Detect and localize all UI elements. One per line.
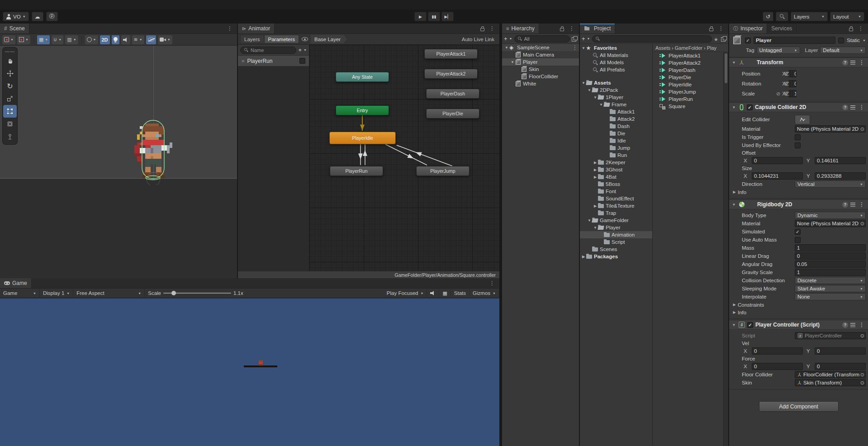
project-tree-row[interactable]: 5Boss — [580, 180, 652, 188]
custom-tool-button[interactable] — [3, 130, 17, 143]
project-tree-row[interactable]: Animation — [580, 231, 652, 238]
foldout-arrow-icon[interactable]: ▼ — [587, 218, 592, 223]
collision-detection-dropdown[interactable]: Discrete — [795, 277, 866, 284]
foldout-arrow-icon[interactable]: ▼ — [581, 81, 586, 85]
project-tree-row[interactable]: ▼ GameFolder — [580, 217, 652, 224]
snap-toggle[interactable] — [52, 35, 63, 44]
parameter-checkbox[interactable] — [299, 58, 305, 64]
project-tree-row[interactable]: All Models — [580, 59, 652, 66]
scale-slider[interactable] — [163, 293, 231, 294]
project-tree-row[interactable]: ▼ Player — [580, 224, 652, 231]
menu-item[interactable] — [43, 0, 52, 9]
foldout-arrow-icon[interactable]: ▶ — [593, 204, 598, 208]
scale-slider-knob[interactable] — [171, 291, 176, 295]
project-tree-row[interactable]: ▶ 3Ghost — [580, 166, 652, 173]
project-tree-row[interactable]: Run — [580, 152, 652, 159]
stats-toggle[interactable]: Stats — [451, 289, 470, 298]
picker-icon[interactable] — [721, 36, 726, 41]
foldout-arrow-icon[interactable] — [731, 203, 736, 207]
tab-inspector[interactable]: ⓘ Inspector — [729, 24, 767, 33]
asset-row[interactable]: Square — [653, 103, 723, 110]
project-tree-row[interactable]: ▶ 4Bat — [580, 173, 652, 180]
scrollbar[interactable] — [723, 52, 728, 446]
create-asset-button[interactable] — [582, 36, 585, 42]
undo-history-button[interactable] — [763, 12, 773, 21]
project-search-input[interactable] — [592, 35, 712, 43]
transform-header[interactable]: Transform — [729, 57, 868, 67]
animator-state-node[interactable]: PlayerAttack1 — [424, 49, 478, 59]
used-by-effector-checkbox[interactable] — [795, 142, 801, 148]
asset-row[interactable]: PlayerIdle — [653, 81, 723, 88]
chevron-down-icon[interactable] — [863, 39, 866, 42]
offset-y-field[interactable]: 0.146161 — [815, 157, 866, 164]
foldout-arrow-icon[interactable]: ▼ — [587, 88, 592, 92]
chevron-down-icon[interactable] — [587, 37, 590, 40]
scale-tool-button[interactable] — [3, 92, 17, 105]
sleeping-mode-dropdown[interactable]: Start Awake — [795, 285, 866, 292]
presets-icon[interactable] — [850, 105, 855, 109]
account-dropdown[interactable]: VO — [3, 12, 29, 21]
object-picker-icon[interactable] — [860, 126, 864, 132]
menu-item[interactable] — [35, 0, 43, 9]
project-tree-row[interactable]: Idle — [580, 137, 652, 144]
asset-row[interactable]: PlayerAttack2 — [653, 59, 723, 66]
draw-mode-dropdown[interactable] — [2, 35, 15, 44]
hierarchy-row[interactable]: White — [502, 80, 579, 87]
layers-tab-button[interactable]: Layers — [240, 35, 264, 43]
material-object-field[interactable]: None (Physics Material 2D — [795, 125, 866, 133]
rigidbody-info-foldout[interactable]: Info — [729, 308, 868, 316]
game-viewport[interactable] — [0, 298, 499, 446]
create-object-button[interactable] — [504, 36, 508, 42]
static-checkbox[interactable] — [838, 38, 844, 43]
hierarchy-row[interactable]: FloorCollider — [502, 73, 579, 80]
project-tree-row[interactable]: All Prefabs — [580, 66, 652, 73]
tab-scene[interactable]: # Scene — [0, 24, 29, 33]
search-button[interactable] — [776, 12, 788, 21]
object-picker-icon[interactable] — [860, 372, 864, 378]
capsule-collider-header[interactable]: Capsule Collider 2D — [729, 102, 868, 112]
constraints-foldout[interactable]: Constraints — [729, 301, 868, 308]
foldout-arrow-icon[interactable]: ▼ — [510, 60, 515, 64]
scene-menu-kebab-icon[interactable] — [226, 25, 234, 32]
game-audio-toggle[interactable] — [427, 289, 439, 298]
drag-handle-icon[interactable] — [242, 58, 244, 64]
asset-row[interactable]: PlayerDie — [653, 74, 723, 81]
gameobject-enabled-checkbox[interactable] — [745, 38, 751, 43]
auto-live-link-button[interactable]: Auto Live Link — [462, 37, 497, 42]
chevron-down-icon[interactable] — [509, 37, 512, 40]
inspector-menu-kebab-icon[interactable] — [857, 25, 865, 32]
use-auto-mass-checkbox[interactable] — [795, 237, 801, 243]
game-view-dropdown[interactable]: Game — [0, 289, 40, 298]
force-y-field[interactable]: 0 — [815, 363, 866, 370]
foldout-arrow-icon[interactable]: ▶ — [593, 161, 598, 165]
aspect-dropdown[interactable]: Free Aspect — [73, 289, 145, 298]
layers-dropdown[interactable]: Layers — [791, 12, 828, 21]
game-menu-kebab-icon[interactable] — [488, 280, 496, 286]
asset-row[interactable]: PlayerRun — [653, 95, 723, 103]
material-object-field[interactable]: None (Physics Material 2D — [795, 220, 866, 227]
state-machine-graph[interactable]: PlayerAttack1 PlayerAttack2 PlayerDash P… — [309, 45, 499, 271]
plastic-scm-button[interactable] — [46, 12, 58, 21]
asset-row[interactable]: PlayerDash — [653, 66, 723, 74]
offset-x-field[interactable]: 0 — [752, 157, 803, 164]
foldout-arrow-icon[interactable] — [731, 323, 736, 327]
lock-icon[interactable] — [849, 28, 853, 31]
snap-increment-dropdown[interactable] — [65, 35, 78, 44]
presets-icon[interactable] — [850, 323, 855, 327]
layer-dropdown[interactable]: Default — [820, 47, 866, 54]
project-tree-row[interactable]: ▼ Frame — [580, 101, 652, 108]
gizmos-dropdown[interactable]: Gizmos — [470, 289, 499, 298]
tab-project[interactable]: Project — [580, 24, 615, 33]
project-tree-row[interactable]: ▶ 2Keeper — [580, 159, 652, 166]
menu-item[interactable] — [52, 0, 60, 9]
hierarchy-row[interactable]: Skin — [502, 66, 579, 73]
animator-state-node[interactable]: PlayerRun — [330, 166, 383, 176]
project-tree-row[interactable]: Die — [580, 130, 652, 137]
animator-state-node[interactable]: PlayerIdle — [329, 132, 396, 144]
angular-drag-field[interactable]: 0.05 — [795, 261, 866, 268]
project-tree-row[interactable]: ▶ Packages — [580, 253, 652, 260]
chevron-down-icon[interactable] — [304, 48, 307, 52]
foldout-arrow-icon[interactable]: ▶ — [581, 255, 586, 259]
2d-mode-toggle[interactable]: 2D — [100, 35, 110, 44]
tab-animator[interactable]: ⊳ Animator — [238, 24, 275, 33]
